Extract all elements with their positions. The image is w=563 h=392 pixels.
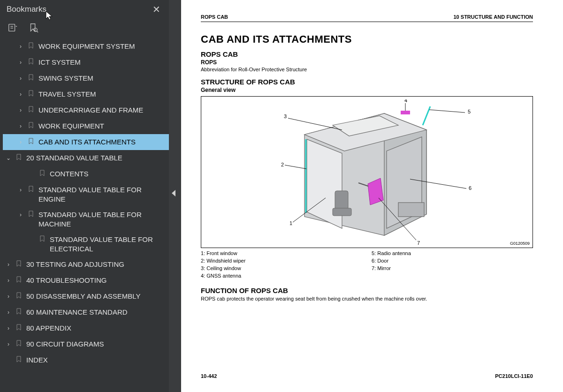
chevron-right-icon[interactable]: ›	[18, 211, 23, 219]
chevron-right-icon[interactable]: ›	[18, 91, 23, 98]
bookmark-item[interactable]: ›INDEX	[3, 352, 169, 368]
bookmark-icon	[15, 324, 23, 333]
chevron-down-icon[interactable]: ⌄	[6, 155, 11, 162]
bookmark-item[interactable]: ›SWING SYSTEM	[3, 70, 169, 86]
bookmark-icon	[15, 276, 23, 285]
callout-1: 1	[289, 220, 292, 226]
chevron-right-icon[interactable]: ›	[6, 261, 11, 269]
bookmark-label: CONTENTS	[50, 169, 166, 179]
bookmarks-panel: Bookmarks ✕ ›WORK EQUIPMENT SYSTEM›ICT S…	[0, 0, 169, 392]
find-bookmark-icon[interactable]	[28, 23, 38, 33]
bookmark-icon	[15, 308, 23, 317]
bookmark-icon	[27, 106, 35, 115]
svg-line-5	[37, 31, 38, 32]
legend-item: 5: Radio antenna	[372, 250, 533, 257]
bookmark-item[interactable]: ›90 CIRCUIT DIAGRAMS	[3, 336, 169, 352]
legend-item: 2: Windshield wiper	[201, 257, 362, 265]
chevron-right-icon[interactable]: ›	[6, 293, 11, 301]
footer-model-code: PC210LCI-11E0	[495, 373, 533, 379]
svg-line-21	[285, 165, 306, 169]
subhead-rops: ROPS	[201, 59, 533, 66]
bookmark-label: TRAVEL SYSTEM	[38, 90, 166, 99]
section-function: FUNCTION OF ROPS CAB	[201, 286, 533, 294]
bookmark-item[interactable]: ›UNDERCARRIAGE AND FRAME	[3, 102, 169, 118]
callout-6: 6	[469, 185, 472, 191]
chevron-right-icon[interactable]: ›	[6, 325, 11, 332]
cab-diagram-svg: 1 2 3 4 5 6 7	[243, 99, 497, 247]
bookmark-item[interactable]: ›WORK EQUIPMENT	[3, 118, 169, 134]
legend-item: 6: Door	[372, 257, 533, 265]
chevron-right-icon[interactable]: ›	[18, 123, 23, 130]
bookmark-label: 60 MAINTENANCE STANDARD	[26, 308, 166, 317]
panel-collapse-handle[interactable]	[169, 0, 181, 392]
bookmark-icon	[38, 169, 46, 179]
bookmark-item[interactable]: ›80 APPENDIX	[3, 320, 169, 336]
page-h1: CAB AND ITS ATTACHMENTS	[201, 33, 533, 45]
bookmark-item[interactable]: ›CONTENTS	[3, 166, 169, 182]
bookmark-label: 20 STANDARD VALUE TABLE	[26, 153, 166, 163]
figure-legend: 1: Front window2: Windshield wiper3: Cei…	[201, 250, 533, 280]
bookmark-item[interactable]: ›STANDARD VALUE TABLE FOR MACHINE	[3, 207, 169, 232]
callout-4: 4	[404, 99, 407, 103]
chevron-right-icon[interactable]: ›	[18, 187, 23, 194]
chevron-right-icon[interactable]: ›	[6, 277, 11, 285]
svg-rect-19	[333, 208, 351, 216]
bookmark-label: STANDARD VALUE TABLE FOR ELECTRICAL	[50, 235, 166, 253]
bookmark-label: 80 APPENDIX	[26, 324, 166, 333]
bookmark-icon	[27, 185, 35, 195]
bookmarks-toolbar	[0, 20, 169, 38]
bookmark-item[interactable]: ›WORK EQUIPMENT SYSTEM	[3, 38, 169, 54]
callout-3: 3	[284, 113, 287, 119]
figure-code: G0120509	[510, 241, 530, 246]
rops-abbrev: Abbreviation for Roll-Over Protective St…	[201, 66, 533, 73]
bookmark-icon	[27, 121, 35, 131]
bookmark-item[interactable]: ›STANDARD VALUE TABLE FOR ELECTRICAL	[3, 232, 169, 256]
bookmark-item[interactable]: ›STANDARD VALUE TABLE FOR ENGINE	[3, 182, 169, 207]
bookmark-item[interactable]: ›40 TROUBLESHOOTING	[3, 272, 169, 288]
callout-7: 7	[417, 240, 420, 246]
bookmark-icon	[27, 210, 35, 219]
bookmark-icon	[27, 90, 35, 99]
section-rops-cab: ROPS CAB	[201, 50, 533, 58]
chevron-right-icon[interactable]: ›	[6, 309, 11, 317]
bookmark-item[interactable]: ›30 TESTING AND ADJUSTING	[3, 256, 169, 272]
bookmark-tree[interactable]: ›WORK EQUIPMENT SYSTEM›ICT SYSTEM›SWING …	[0, 38, 169, 392]
svg-line-24	[429, 110, 465, 113]
bookmark-icon	[27, 74, 35, 83]
bookmark-label: WORK EQUIPMENT	[38, 121, 166, 131]
svg-rect-0	[9, 24, 15, 31]
bookmark-icon	[15, 292, 23, 301]
svg-point-4	[34, 28, 37, 31]
chevron-right-icon[interactable]: ›	[18, 43, 23, 51]
outline-options-icon[interactable]	[8, 23, 18, 33]
close-panel-button[interactable]: ✕	[151, 4, 162, 15]
header-left: ROPS CAB	[201, 14, 228, 20]
svg-rect-18	[335, 191, 348, 210]
svg-line-15	[423, 106, 430, 125]
bookmark-label: ICT SYSTEM	[38, 58, 166, 67]
collapse-arrow-icon	[172, 190, 175, 196]
chevron-right-icon[interactable]: ›	[18, 139, 23, 146]
chevron-right-icon[interactable]: ›	[18, 59, 23, 67]
bookmark-item[interactable]: ›CAB AND ITS ATTACHMENTS	[3, 134, 169, 150]
bookmark-item[interactable]: ›50 DISASSEMBLY AND ASSEMBLY	[3, 288, 169, 304]
chevron-right-icon[interactable]: ›	[6, 341, 11, 348]
bookmark-item[interactable]: ›60 MAINTENANCE STANDARD	[3, 304, 169, 320]
document-viewport[interactable]: ROPS CAB 10 STRUCTURE AND FUNCTION CAB A…	[181, 0, 563, 392]
callout-2: 2	[281, 162, 284, 167]
bookmark-label: INDEX	[26, 355, 166, 365]
bookmark-label: STANDARD VALUE TABLE FOR ENGINE	[38, 185, 166, 204]
subhead-general-view: General view	[201, 87, 533, 93]
bookmark-item[interactable]: ›ICT SYSTEM	[3, 54, 169, 70]
chevron-right-icon[interactable]: ›	[18, 107, 23, 114]
svg-line-22	[288, 118, 342, 130]
bookmark-icon	[27, 137, 35, 147]
bookmark-label: 40 TROUBLESHOOTING	[26, 276, 166, 285]
bookmark-icon	[27, 42, 35, 51]
callout-5: 5	[468, 109, 471, 114]
bookmark-item[interactable]: ⌄20 STANDARD VALUE TABLE	[3, 150, 169, 166]
chevron-right-icon[interactable]: ›	[18, 75, 23, 83]
bookmark-item[interactable]: ›TRAVEL SYSTEM	[3, 86, 169, 102]
figure-rops-cab: 1 2 3 4 5 6 7 G0120509	[201, 96, 533, 248]
svg-rect-14	[401, 111, 410, 114]
